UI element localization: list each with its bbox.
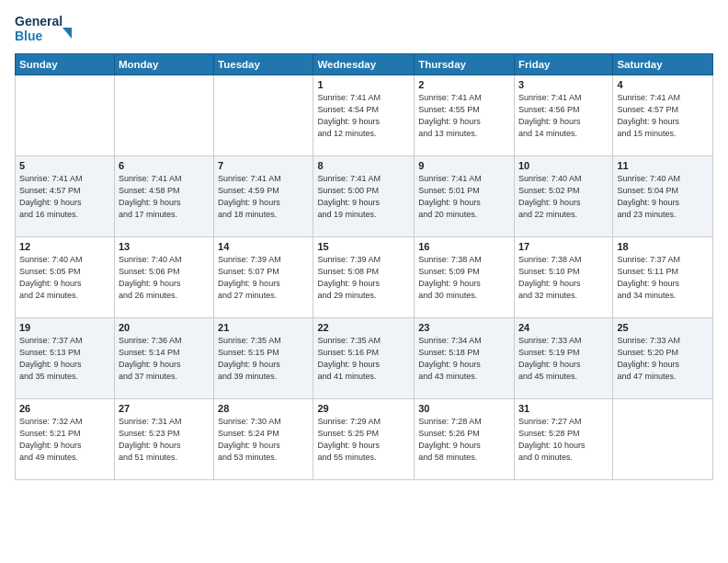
day-number: 31	[518, 403, 609, 414]
calendar-cell: 13Sunrise: 7:40 AM Sunset: 5:06 PM Dayli…	[114, 237, 213, 318]
calendar-cell: 9Sunrise: 7:41 AM Sunset: 5:01 PM Daylig…	[415, 156, 515, 237]
calendar-cell: 18Sunrise: 7:37 AM Sunset: 5:11 PM Dayli…	[613, 237, 713, 318]
header: General Blue	[15, 11, 713, 46]
day-info: Sunrise: 7:41 AM Sunset: 4:57 PM Dayligh…	[617, 92, 709, 140]
day-info: Sunrise: 7:40 AM Sunset: 5:02 PM Dayligh…	[518, 173, 609, 221]
calendar-cell	[613, 399, 713, 480]
calendar-cell: 31Sunrise: 7:27 AM Sunset: 5:28 PM Dayli…	[514, 399, 612, 480]
day-info: Sunrise: 7:34 AM Sunset: 5:18 PM Dayligh…	[418, 335, 510, 383]
day-info: Sunrise: 7:40 AM Sunset: 5:06 PM Dayligh…	[119, 254, 210, 302]
day-info: Sunrise: 7:28 AM Sunset: 5:26 PM Dayligh…	[418, 416, 510, 464]
day-number: 8	[317, 160, 410, 171]
day-info: Sunrise: 7:38 AM Sunset: 5:09 PM Dayligh…	[418, 254, 510, 302]
day-number: 2	[418, 79, 510, 90]
day-info: Sunrise: 7:41 AM Sunset: 4:58 PM Dayligh…	[119, 173, 210, 221]
day-info: Sunrise: 7:41 AM Sunset: 4:57 PM Dayligh…	[19, 173, 110, 221]
day-number: 28	[218, 403, 309, 414]
calendar-cell: 12Sunrise: 7:40 AM Sunset: 5:05 PM Dayli…	[16, 237, 115, 318]
day-number: 27	[119, 403, 210, 414]
day-number: 14	[218, 241, 309, 252]
calendar-header-sunday: Sunday	[16, 54, 115, 75]
calendar-header-tuesday: Tuesday	[214, 54, 313, 75]
day-number: 5	[19, 160, 110, 171]
day-number: 7	[218, 160, 309, 171]
calendar-cell: 28Sunrise: 7:30 AM Sunset: 5:24 PM Dayli…	[214, 399, 313, 480]
day-info: Sunrise: 7:37 AM Sunset: 5:11 PM Dayligh…	[617, 254, 709, 302]
day-number: 6	[119, 160, 210, 171]
calendar-header-row: SundayMondayTuesdayWednesdayThursdayFrid…	[16, 54, 713, 75]
day-info: Sunrise: 7:41 AM Sunset: 4:59 PM Dayligh…	[218, 173, 309, 221]
day-number: 18	[617, 241, 709, 252]
day-number: 17	[518, 241, 609, 252]
day-info: Sunrise: 7:27 AM Sunset: 5:28 PM Dayligh…	[518, 416, 609, 464]
day-number: 10	[518, 160, 609, 171]
day-number: 24	[518, 322, 609, 333]
day-number: 19	[19, 322, 110, 333]
calendar-cell: 27Sunrise: 7:31 AM Sunset: 5:23 PM Dayli…	[114, 399, 213, 480]
svg-marker-2	[63, 28, 72, 39]
calendar-cell: 15Sunrise: 7:39 AM Sunset: 5:08 PM Dayli…	[313, 237, 415, 318]
calendar-cell: 20Sunrise: 7:36 AM Sunset: 5:14 PM Dayli…	[114, 318, 213, 399]
day-number: 22	[317, 322, 410, 333]
day-number: 12	[19, 241, 110, 252]
day-info: Sunrise: 7:37 AM Sunset: 5:13 PM Dayligh…	[19, 335, 110, 383]
day-info: Sunrise: 7:41 AM Sunset: 5:01 PM Dayligh…	[418, 173, 510, 221]
calendar-cell: 30Sunrise: 7:28 AM Sunset: 5:26 PM Dayli…	[415, 399, 515, 480]
calendar-cell: 5Sunrise: 7:41 AM Sunset: 4:57 PM Daylig…	[16, 156, 115, 237]
calendar-cell	[16, 75, 115, 156]
calendar-header-saturday: Saturday	[613, 54, 713, 75]
day-info: Sunrise: 7:39 AM Sunset: 5:08 PM Dayligh…	[317, 254, 410, 302]
calendar-week-3: 12Sunrise: 7:40 AM Sunset: 5:05 PM Dayli…	[16, 237, 713, 318]
day-number: 30	[418, 403, 510, 414]
calendar-header-monday: Monday	[114, 54, 213, 75]
day-info: Sunrise: 7:29 AM Sunset: 5:25 PM Dayligh…	[317, 416, 410, 464]
day-info: Sunrise: 7:31 AM Sunset: 5:23 PM Dayligh…	[119, 416, 210, 464]
calendar-cell: 8Sunrise: 7:41 AM Sunset: 5:00 PM Daylig…	[313, 156, 415, 237]
day-info: Sunrise: 7:33 AM Sunset: 5:20 PM Dayligh…	[617, 335, 709, 383]
day-number: 9	[418, 160, 510, 171]
calendar-header-wednesday: Wednesday	[313, 54, 415, 75]
calendar-cell: 23Sunrise: 7:34 AM Sunset: 5:18 PM Dayli…	[415, 318, 515, 399]
day-number: 15	[317, 241, 410, 252]
calendar-cell: 14Sunrise: 7:39 AM Sunset: 5:07 PM Dayli…	[214, 237, 313, 318]
day-number: 29	[317, 403, 410, 414]
day-number: 11	[617, 160, 709, 171]
page: General Blue SundayMondayTuesdayWednesda…	[0, 0, 728, 563]
calendar-week-2: 5Sunrise: 7:41 AM Sunset: 4:57 PM Daylig…	[16, 156, 713, 237]
day-info: Sunrise: 7:35 AM Sunset: 5:15 PM Dayligh…	[218, 335, 309, 383]
calendar-week-5: 26Sunrise: 7:32 AM Sunset: 5:21 PM Dayli…	[16, 399, 713, 480]
day-number: 21	[218, 322, 309, 333]
calendar-cell	[214, 75, 313, 156]
calendar-week-4: 19Sunrise: 7:37 AM Sunset: 5:13 PM Dayli…	[16, 318, 713, 399]
day-info: Sunrise: 7:41 AM Sunset: 4:54 PM Dayligh…	[317, 92, 410, 140]
calendar-cell: 16Sunrise: 7:38 AM Sunset: 5:09 PM Dayli…	[415, 237, 515, 318]
calendar-cell: 2Sunrise: 7:41 AM Sunset: 4:55 PM Daylig…	[415, 75, 515, 156]
day-number: 4	[617, 79, 709, 90]
day-number: 13	[119, 241, 210, 252]
day-info: Sunrise: 7:40 AM Sunset: 5:05 PM Dayligh…	[19, 254, 110, 302]
calendar-cell: 7Sunrise: 7:41 AM Sunset: 4:59 PM Daylig…	[214, 156, 313, 237]
calendar-cell: 21Sunrise: 7:35 AM Sunset: 5:15 PM Dayli…	[214, 318, 313, 399]
logo-svg: General Blue	[15, 11, 79, 46]
day-number: 3	[518, 79, 609, 90]
calendar-cell: 29Sunrise: 7:29 AM Sunset: 5:25 PM Dayli…	[313, 399, 415, 480]
calendar-header-thursday: Thursday	[415, 54, 515, 75]
day-info: Sunrise: 7:41 AM Sunset: 4:55 PM Dayligh…	[418, 92, 510, 140]
calendar-cell: 11Sunrise: 7:40 AM Sunset: 5:04 PM Dayli…	[613, 156, 713, 237]
calendar-cell: 10Sunrise: 7:40 AM Sunset: 5:02 PM Dayli…	[514, 156, 612, 237]
calendar-cell: 19Sunrise: 7:37 AM Sunset: 5:13 PM Dayli…	[16, 318, 115, 399]
day-number: 26	[19, 403, 110, 414]
calendar-cell: 17Sunrise: 7:38 AM Sunset: 5:10 PM Dayli…	[514, 237, 612, 318]
calendar-cell: 6Sunrise: 7:41 AM Sunset: 4:58 PM Daylig…	[114, 156, 213, 237]
calendar-cell: 3Sunrise: 7:41 AM Sunset: 4:56 PM Daylig…	[514, 75, 612, 156]
day-info: Sunrise: 7:33 AM Sunset: 5:19 PM Dayligh…	[518, 335, 609, 383]
calendar-cell: 1Sunrise: 7:41 AM Sunset: 4:54 PM Daylig…	[313, 75, 415, 156]
day-info: Sunrise: 7:41 AM Sunset: 5:00 PM Dayligh…	[317, 173, 410, 221]
calendar-week-1: 1Sunrise: 7:41 AM Sunset: 4:54 PM Daylig…	[16, 75, 713, 156]
day-number: 1	[317, 79, 410, 90]
calendar-cell: 26Sunrise: 7:32 AM Sunset: 5:21 PM Dayli…	[16, 399, 115, 480]
day-info: Sunrise: 7:38 AM Sunset: 5:10 PM Dayligh…	[518, 254, 609, 302]
svg-text:General: General	[15, 14, 63, 29]
calendar-cell: 25Sunrise: 7:33 AM Sunset: 5:20 PM Dayli…	[613, 318, 713, 399]
svg-text:Blue: Blue	[15, 29, 43, 43]
